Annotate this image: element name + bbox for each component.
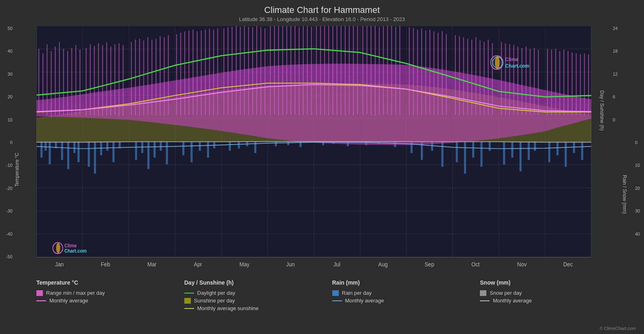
svg-rect-150: [324, 26, 325, 115]
y-left-n10: -10: [6, 163, 13, 168]
y-right-sun-18: 18: [613, 49, 618, 53]
svg-rect-140: [282, 26, 283, 115]
svg-rect-69: [456, 142, 458, 162]
svg-text:May: May: [239, 261, 249, 268]
svg-rect-29: [49, 142, 51, 165]
svg-rect-135: [260, 27, 261, 115]
copyright: © ClimeChart.com: [600, 326, 636, 331]
legend-sunshine-label: Sunshine per day: [194, 298, 235, 304]
svg-point-231: [56, 243, 60, 253]
svg-rect-77: [528, 142, 530, 160]
svg-rect-190: [505, 43, 506, 115]
y-right-rain-0: 0: [635, 140, 638, 145]
y-right-rain-10: 10: [635, 163, 640, 168]
svg-rect-56: [275, 142, 277, 146]
main-container: Climate Chart for Hammamet Latitude 36.3…: [0, 0, 644, 334]
svg-rect-74: [503, 142, 505, 165]
svg-rect-34: [78, 142, 80, 162]
svg-text:Clime: Clime: [64, 243, 77, 249]
svg-rect-156: [349, 26, 350, 114]
legend-rain-avg-line: [332, 300, 342, 301]
svg-rect-121: [201, 30, 202, 115]
svg-rect-122: [205, 30, 206, 115]
svg-rect-49: [199, 142, 201, 151]
svg-rect-158: [357, 26, 358, 114]
legend-daylight: Daylight per day: [184, 290, 332, 296]
y-left-n50: -50: [6, 254, 13, 259]
svg-rect-126: [224, 28, 224, 115]
svg-rect-168: [399, 26, 400, 115]
legend-snow-avg: Monthly average: [480, 298, 628, 304]
y-left-50: 50: [8, 26, 13, 31]
svg-rect-197: [534, 48, 535, 115]
legend-temp-title: Temperature °C: [36, 279, 184, 286]
svg-rect-138: [274, 26, 275, 114]
svg-text:Feb: Feb: [101, 261, 110, 268]
svg-rect-32: [67, 142, 69, 169]
svg-rect-120: [197, 32, 198, 115]
svg-rect-182: [467, 39, 468, 115]
legend-snow-avg-label: Monthly average: [493, 298, 532, 304]
svg-rect-125: [217, 28, 218, 115]
legend-temp: Temperature °C Range min / max per day M…: [36, 279, 184, 332]
svg-rect-98: [98, 43, 99, 116]
svg-rect-92: [71, 48, 72, 115]
svg-rect-160: [367, 26, 367, 114]
svg-rect-153: [336, 26, 337, 115]
svg-rect-208: [584, 53, 585, 115]
svg-rect-76: [519, 142, 522, 172]
svg-rect-180: [459, 36, 460, 115]
y-left-n20: -20: [6, 186, 13, 191]
svg-rect-39: [112, 142, 114, 162]
svg-rect-144: [299, 27, 300, 115]
svg-rect-172: [421, 29, 422, 115]
svg-rect-48: [190, 142, 192, 162]
y-left-10: 10: [8, 117, 13, 122]
svg-rect-202: [560, 51, 560, 115]
svg-rect-139: [278, 26, 279, 115]
svg-rect-142: [291, 26, 291, 115]
svg-rect-151: [328, 26, 329, 115]
legend-snow: Snow (mm) Snow per day Monthly average: [480, 279, 628, 332]
svg-rect-108: [143, 40, 144, 115]
svg-text:Sep: Sep: [425, 261, 435, 268]
svg-rect-93: [76, 45, 76, 116]
legend-rain-avg-label: Monthly average: [345, 298, 384, 304]
svg-rect-68: [441, 142, 443, 167]
svg-rect-179: [455, 35, 456, 115]
svg-rect-28: [44, 142, 46, 151]
svg-rect-199: [547, 49, 548, 115]
y-right-sun-24: 24: [613, 26, 618, 31]
svg-rect-27: [40, 142, 42, 158]
svg-rect-175: [433, 32, 434, 115]
y-right-sun-0: 0: [613, 117, 615, 122]
svg-rect-157: [353, 26, 354, 115]
svg-rect-201: [555, 49, 556, 115]
svg-rect-91: [67, 51, 68, 115]
svg-rect-85: [42, 53, 43, 113]
svg-rect-173: [425, 30, 426, 115]
svg-rect-205: [572, 53, 572, 115]
legend-sunshine-title: Day / Sunshine (h): [184, 279, 332, 286]
legend-temp-range-label: Range min / max per day: [46, 290, 105, 296]
svg-rect-78: [534, 142, 536, 151]
svg-rect-72: [480, 142, 482, 167]
svg-rect-31: [61, 142, 63, 160]
svg-rect-181: [463, 37, 464, 115]
svg-rect-178: [446, 34, 447, 115]
svg-rect-89: [59, 42, 60, 115]
svg-rect-114: [168, 35, 169, 115]
legend-rain-label: Rain per day: [342, 290, 372, 296]
y-right-rain-30: 30: [635, 208, 640, 213]
svg-rect-177: [442, 32, 443, 115]
svg-rect-99: [102, 45, 103, 116]
svg-rect-53: [238, 142, 240, 149]
y-right-sun-12: 12: [613, 72, 618, 77]
y-right-rain-20: 20: [635, 186, 640, 191]
svg-rect-80: [557, 142, 559, 155]
svg-rect-166: [391, 26, 392, 115]
svg-rect-112: [160, 36, 160, 116]
chart-title: Climate Chart for Hammamet: [0, 5, 644, 15]
svg-rect-169: [409, 27, 410, 115]
svg-rect-136: [264, 28, 265, 115]
